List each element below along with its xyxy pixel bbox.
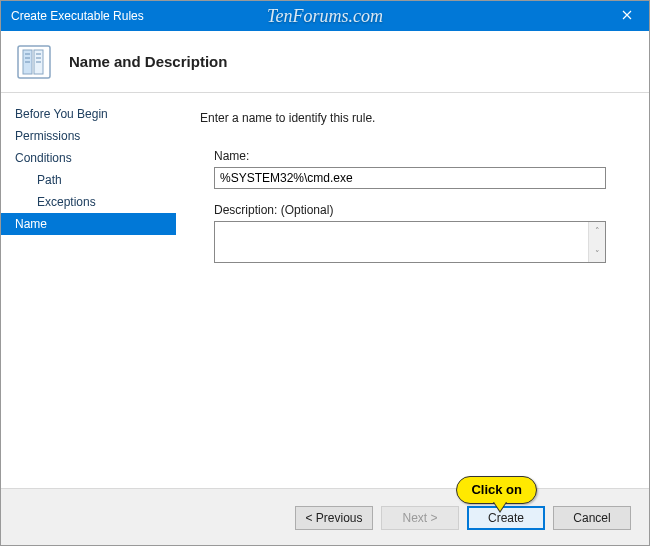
annotation-callout: Click on xyxy=(456,476,537,504)
name-label: Name: xyxy=(214,149,619,163)
nav-conditions[interactable]: Conditions xyxy=(1,147,176,169)
wizard-nav: Before You Begin Permissions Conditions … xyxy=(1,93,176,488)
previous-button[interactable]: < Previous xyxy=(295,506,373,530)
scroll-down-icon: ˅ xyxy=(589,245,605,262)
rules-icon xyxy=(15,43,53,81)
scrollbar[interactable]: ˄ ˅ xyxy=(588,222,605,262)
wizard-footer: Click on < Previous Next > Create Cancel xyxy=(1,488,649,546)
name-input[interactable] xyxy=(214,167,606,189)
nav-permissions[interactable]: Permissions xyxy=(1,125,176,147)
scroll-up-icon: ˄ xyxy=(589,222,605,239)
title-bar: Create Executable Rules xyxy=(1,1,649,31)
page-title: Name and Description xyxy=(69,53,227,70)
wizard-body: Before You Begin Permissions Conditions … xyxy=(1,93,649,488)
next-button[interactable]: Next > xyxy=(381,506,459,530)
instruction-text: Enter a name to identify this rule. xyxy=(200,111,619,125)
nav-before-you-begin[interactable]: Before You Begin xyxy=(1,103,176,125)
close-button[interactable] xyxy=(605,1,649,31)
window-title: Create Executable Rules xyxy=(11,9,144,23)
nav-exceptions[interactable]: Exceptions xyxy=(1,191,176,213)
description-label: Description: (Optional) xyxy=(214,203,619,217)
description-input[interactable] xyxy=(215,222,588,262)
cancel-button[interactable]: Cancel xyxy=(553,506,631,530)
wizard-content: Enter a name to identify this rule. Name… xyxy=(176,93,649,488)
wizard-header: Name and Description xyxy=(1,31,649,93)
description-field-wrap: ˄ ˅ xyxy=(214,221,606,263)
nav-path[interactable]: Path xyxy=(1,169,176,191)
nav-name[interactable]: Name xyxy=(1,213,176,235)
close-icon xyxy=(622,9,632,23)
